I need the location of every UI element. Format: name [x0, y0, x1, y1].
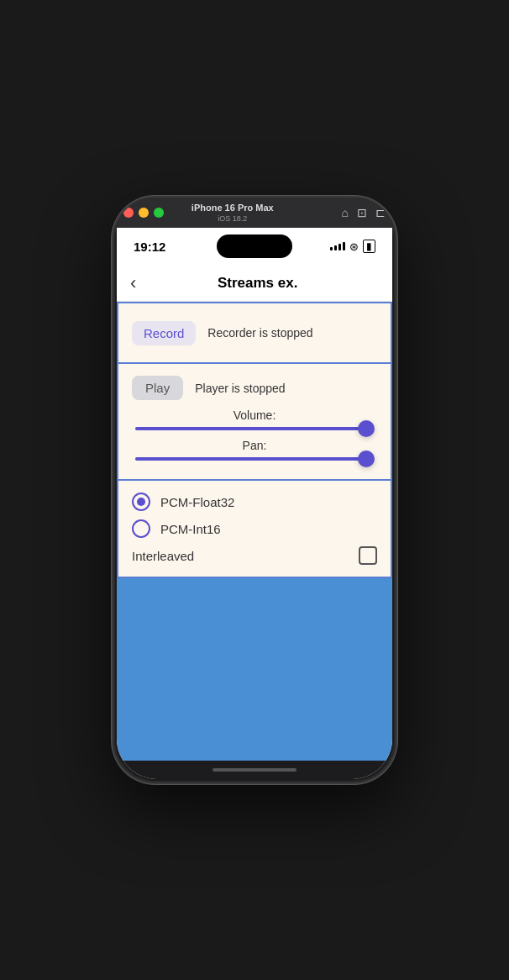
player-section: Play Player is stopped Volume: Pan:	[118, 364, 391, 479]
title-bar: iPhone 16 Pro Max iOS 18.2 ⌂ ⊡ ⊏	[113, 198, 396, 228]
toolbar-icons: ⌂ ⊡ ⊏	[342, 206, 386, 219]
player-status: Player is stopped	[195, 382, 285, 395]
status-time: 19:12	[134, 240, 165, 254]
status-bar: 19:12 ⊛ ▮	[117, 228, 392, 265]
wifi-icon: ⊛	[349, 240, 359, 253]
home-icon[interactable]: ⌂	[342, 206, 349, 219]
pan-track[interactable]	[135, 457, 374, 461]
pan-thumb[interactable]	[358, 450, 375, 467]
ios-version: iOS 18.2	[123, 214, 342, 223]
format-section-card: PCM-Float32 PCM-Int16 Interleaved	[117, 481, 392, 578]
battery-icon: ▮	[363, 240, 375, 253]
volume-fill	[135, 427, 374, 430]
page-title: Streams ex.	[136, 275, 379, 292]
pcm-float32-option[interactable]: PCM-Float32	[132, 493, 377, 511]
phone-frame: iPhone 16 Pro Max iOS 18.2 ⌂ ⊡ ⊏ DEBUG 1…	[112, 196, 397, 784]
back-button[interactable]: ‹	[130, 274, 136, 292]
interleaved-checkbox[interactable]	[359, 546, 377, 565]
pcm-float32-label: PCM-Float32	[160, 495, 234, 509]
pan-label: Pan:	[132, 439, 377, 452]
format-section: PCM-Float32 PCM-Int16 Interleaved	[118, 481, 391, 577]
pan-slider-group: Pan:	[132, 439, 377, 461]
pcm-int16-radio[interactable]	[132, 519, 150, 538]
dynamic-island	[217, 234, 292, 258]
play-button[interactable]: Play	[132, 376, 183, 400]
volume-slider-group: Volume:	[132, 408, 377, 430]
player-top-row: Play Player is stopped	[132, 376, 377, 400]
volume-thumb[interactable]	[358, 420, 375, 437]
interleaved-label: Interleaved	[132, 549, 194, 563]
screenshot-icon[interactable]: ⊡	[357, 206, 367, 219]
content-area: Record Recorder is stopped Play Player i…	[117, 302, 392, 761]
interleaved-row: Interleaved	[132, 546, 377, 565]
recorder-status: Recorder is stopped	[207, 326, 312, 340]
rotate-icon[interactable]: ⊏	[375, 206, 386, 219]
volume-track[interactable]	[135, 427, 374, 430]
pcm-int16-option[interactable]: PCM-Int16	[132, 519, 377, 538]
blue-content-area	[117, 578, 392, 761]
pcm-float32-radio[interactable]	[132, 493, 150, 511]
pcm-int16-label: PCM-Int16	[160, 522, 221, 536]
device-name: iPhone 16 Pro Max	[123, 203, 342, 213]
player-section-card: Play Player is stopped Volume: Pan:	[117, 364, 392, 481]
device-info: iPhone 16 Pro Max iOS 18.2	[123, 203, 342, 222]
record-section-card: Record Recorder is stopped	[117, 302, 392, 364]
record-section: Record Recorder is stopped	[118, 303, 391, 362]
volume-label: Volume:	[132, 408, 377, 422]
record-button[interactable]: Record	[132, 321, 196, 345]
pan-fill	[135, 457, 374, 461]
phone-screen: DEBUG 19:12 ⊛ ▮ ‹ Streams ex.	[117, 228, 392, 779]
home-indicator	[117, 761, 392, 779]
status-icons: ⊛ ▮	[330, 240, 375, 253]
nav-bar: ‹ Streams ex.	[117, 265, 392, 302]
signal-icon	[330, 242, 345, 250]
home-bar	[213, 768, 296, 772]
